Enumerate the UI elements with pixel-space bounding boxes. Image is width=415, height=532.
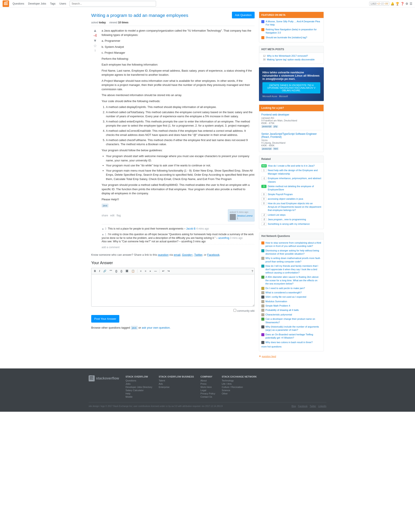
image-button[interactable]: 🖼 xyxy=(124,269,129,273)
hot-net-link[interactable]: Characteristic polynomial xyxy=(265,313,292,316)
hot-net-link[interactable]: Why is writing down mathematical proofs … xyxy=(265,256,321,263)
ul-button[interactable]: ≡ xyxy=(144,269,148,273)
meta-link[interactable]: A Moose, Some Silly Putty ... And A Desp… xyxy=(266,20,321,27)
nav-tags[interactable]: Tags xyxy=(48,1,57,6)
related-link[interactable]: Simple Payroll Program xyxy=(268,193,293,196)
job-tag[interactable]: javascript xyxy=(261,125,272,128)
share-facebook-link[interactable]: Facebook xyxy=(207,253,219,256)
footer-so-help[interactable]: Help xyxy=(126,392,130,395)
footer-company-about[interactable]: About xyxy=(200,379,207,382)
meta-link[interactable]: Should we buminate the [violation] tag? xyxy=(266,36,307,39)
inbox-icon[interactable]: 🔔 xyxy=(391,2,394,5)
footer-so-questions[interactable]: Questions xyxy=(126,379,136,382)
footer-company-press[interactable]: Press xyxy=(200,382,206,385)
undo-button[interactable]: ↩ xyxy=(161,269,166,273)
downvote-button[interactable]: ▼ xyxy=(93,39,97,43)
footer-so-mobile[interactable]: Mobile xyxy=(126,396,132,398)
redo-button[interactable]: ↪ xyxy=(166,269,171,273)
hot-net-link[interactable]: Why (historically) include the number of… xyxy=(265,325,321,332)
footer-blog-link[interactable]: Blog xyxy=(292,405,296,407)
blockquote-button[interactable]: "" xyxy=(108,269,113,273)
hot-net-link[interactable]: Dismissing a stranger asking for help wi… xyxy=(265,249,321,256)
code-block-button[interactable]: () xyxy=(119,269,124,273)
answer-textarea[interactable] xyxy=(91,274,255,307)
list-button[interactable]: 📋 xyxy=(130,269,136,273)
italic-button[interactable]: I xyxy=(98,269,101,273)
footer-company-contact[interactable]: Contact Us xyxy=(200,396,212,398)
code-button[interactable]: {} xyxy=(114,269,119,273)
nav-jobs[interactable]: Developer Jobs xyxy=(26,1,48,6)
footer-network-life[interactable]: Life / Arts xyxy=(222,382,232,385)
job-tag[interactable]: javascript xyxy=(261,147,272,150)
ol-button[interactable]: ≡ xyxy=(139,269,143,273)
related-link[interactable]: Java program...new to programming xyxy=(268,218,306,221)
ask-own-question-link[interactable]: ask your own question. xyxy=(142,326,171,329)
hot-net-link[interactable]: What is considered a wavelength? xyxy=(265,291,302,294)
hot-net-link[interactable]: Modulus Summation xyxy=(265,300,287,303)
related-link[interactable]: Linked List steps xyxy=(268,213,286,217)
tag-java[interactable]: java xyxy=(101,204,109,208)
footer-so-jobs[interactable]: Jobs xyxy=(126,382,130,385)
hot-meta-link[interactable]: Why is the Winterbash 2017 removed? xyxy=(267,55,308,57)
hot-net-link[interactable]: Simple Math Problem 4 xyxy=(265,304,290,307)
job-tag[interactable]: html xyxy=(273,147,279,150)
hot-net-link[interactable]: Do I need to add pectin to make jam? xyxy=(265,287,305,290)
footer-twitter-link[interactable]: Twitter xyxy=(310,405,316,407)
comment-vote[interactable]: ▲ 1 xyxy=(101,233,106,236)
post-answer-button[interactable]: Post Your Answer xyxy=(91,315,119,323)
related-link[interactable]: Need help with the design of the Employe… xyxy=(268,169,321,175)
link-button[interactable]: 🔗 xyxy=(102,269,108,273)
footer-linkedin-link[interactable]: LinkedIn xyxy=(318,405,326,407)
footer-business-talent[interactable]: Talent xyxy=(159,379,165,382)
footer-business-enterprise[interactable]: Enterprise xyxy=(159,386,169,388)
related-link[interactable]: accessing object variables in java xyxy=(268,197,303,200)
share-twitter-link[interactable]: Twitter xyxy=(194,253,202,256)
job-title[interactable]: Frontend web developer xyxy=(261,113,321,116)
hot-net-link[interactable]: Can a developer change their product nam… xyxy=(265,317,321,324)
more-hot-questions-link[interactable]: more hot questions xyxy=(261,345,282,348)
add-comment[interactable]: add a comment xyxy=(101,246,255,249)
footer-network-culture[interactable]: Culture / Recreation xyxy=(222,386,243,388)
hot-net-link[interactable]: A 40m diameter alien saucer is floating … xyxy=(265,276,321,285)
achievements-icon[interactable]: 🏆 xyxy=(396,2,399,5)
related-link[interactable]: Employee inheritance, polymorphism, and … xyxy=(268,177,321,183)
footer-business-ads[interactable]: Ads xyxy=(159,382,163,385)
footer-network-other[interactable]: Other xyxy=(222,392,228,395)
hot-net-link[interactable]: SSH: config file not used as I expected xyxy=(265,295,306,299)
footer-so-dev-jobs[interactable]: Developer Jobs Directory xyxy=(126,386,152,388)
job-tag[interactable]: php xyxy=(273,125,278,128)
footer-network-tech[interactable]: Technology xyxy=(222,379,234,382)
hot-meta-link[interactable]: Making 'ignore tag' option easily discov… xyxy=(267,58,315,61)
hr-button[interactable]: — xyxy=(153,269,158,273)
ask-question-button[interactable]: Ask Question xyxy=(232,12,255,18)
footer-so-salary[interactable]: Salary Calculator xyxy=(126,389,144,392)
share-link[interactable]: share xyxy=(101,214,108,217)
hot-net-link[interactable]: How do I tell my friends and family memb… xyxy=(265,264,321,274)
hot-net-link[interactable]: Probability of drawing all 4 balls xyxy=(265,309,299,312)
meta-link[interactable]: Retiring New Navigation (beta) in prepar… xyxy=(266,28,321,35)
gear-icon[interactable]: ⚙ xyxy=(406,2,408,5)
question-feed-link[interactable]: question feed xyxy=(262,355,276,358)
search-input[interactable] xyxy=(70,1,156,7)
user-name[interactable]: Jessica Lorenz xyxy=(237,214,253,217)
help-icon[interactable]: ❓ xyxy=(401,2,404,5)
bookmark-button[interactable]: ☆ xyxy=(93,44,97,48)
related-link[interactable]: How do I create a file and write to it i… xyxy=(268,164,315,167)
hot-net-link[interactable]: Why does two colons in bash result in th… xyxy=(265,341,313,344)
footer-facebook-link[interactable]: Facebook xyxy=(298,405,308,407)
nav-users[interactable]: Users xyxy=(58,1,68,6)
browse-java-tag[interactable]: java xyxy=(131,326,138,330)
site-logo[interactable] xyxy=(3,0,9,7)
share-question-link[interactable]: question xyxy=(158,253,169,256)
related-link[interactable]: How do you load Employee objects into an… xyxy=(268,202,321,212)
menu-icon[interactable]: ☰ xyxy=(410,2,412,5)
footer-company-privacy[interactable]: Privacy Policy xyxy=(200,392,215,395)
bold-button[interactable]: B xyxy=(93,269,97,273)
share-gplus-link[interactable]: Google+ xyxy=(182,253,193,256)
hot-net-link[interactable]: How to stop someone from complaining abo… xyxy=(265,241,321,248)
related-link[interactable]: Something is wrong with my inheritance xyxy=(268,222,310,226)
related-link[interactable]: Delete method not deleting the employee … xyxy=(268,185,321,191)
comment-author[interactable]: azurefrog xyxy=(218,237,229,239)
indent-button[interactable]: » xyxy=(148,269,152,273)
comment-vote[interactable]: ▲ 3 xyxy=(101,227,106,230)
